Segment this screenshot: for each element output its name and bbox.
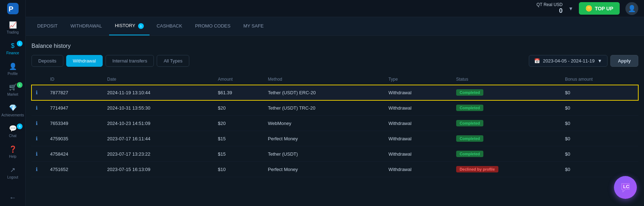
finance-badge: 1	[17, 41, 23, 46]
filter-deposits[interactable]: Deposits	[31, 55, 63, 67]
sidebar-item-finance[interactable]: $ 1 Finance	[0, 38, 25, 59]
apply-button[interactable]: Apply	[610, 55, 638, 67]
chat-icon: 💬	[9, 124, 17, 133]
row-type: Withdrawal	[384, 116, 452, 131]
row-id: 7653349	[46, 116, 103, 131]
sidebar-collapse-arrow[interactable]: ←	[9, 194, 16, 202]
sidebar-item-market-label: Market	[7, 92, 18, 96]
row-amount: $15	[214, 146, 264, 162]
status-badge: Completed	[456, 89, 484, 96]
filter-date-apply: 📅 2023-04-05 - 2024-11-19 ▼ Apply	[529, 55, 638, 67]
account-dropdown[interactable]: ▼	[569, 6, 574, 11]
row-info-icon[interactable]: ℹ	[31, 85, 46, 100]
avatar[interactable]: 👤	[625, 2, 638, 15]
finance-tabs: DEPOSIT WITHDRAWAL HISTORY 1 CASHBACK PR…	[26, 17, 644, 36]
sidebar-item-chat[interactable]: 💬 8 Chat	[0, 121, 25, 141]
date-range-picker[interactable]: 📅 2023-04-05 - 2024-11-19 ▼	[529, 55, 607, 67]
col-amount: Amount	[214, 74, 264, 85]
table-row[interactable]: ℹ 4751652 2023-07-15 16:13:09 $10 Perfec…	[31, 162, 638, 177]
row-id: 4751652	[46, 162, 103, 177]
achievements-icon: 💎	[9, 104, 17, 112]
status-badge: Completed	[456, 151, 484, 157]
status-badge: Completed	[456, 120, 484, 126]
col-bonus: Bonus amount	[561, 74, 638, 85]
sidebar-item-finance-label: Finance	[6, 51, 19, 55]
table-row[interactable]: ℹ 7877827 2024-11-19 13:10:44 $61.39 Tet…	[31, 85, 638, 100]
table-row[interactable]: ℹ 4758424 2023-07-17 13:23:22 $15 Tether…	[31, 146, 638, 162]
row-status: Completed	[452, 116, 561, 131]
col-status: Status	[452, 74, 561, 85]
row-type: Withdrawal	[384, 146, 452, 162]
row-bonus: $0	[561, 116, 638, 131]
filter-all-types[interactable]: All Types	[157, 55, 189, 67]
row-amount: $20	[214, 100, 264, 116]
sidebar-item-help-label: Help	[9, 155, 16, 159]
row-status: Completed	[452, 85, 561, 100]
row-type: Withdrawal	[384, 131, 452, 146]
row-type: Withdrawal	[384, 85, 452, 100]
account-balance: 0	[559, 7, 563, 15]
col-date: Date	[103, 74, 214, 85]
market-icon: 🛒	[9, 83, 17, 91]
info-icon: ℹ	[36, 166, 38, 172]
calendar-icon: 📅	[534, 58, 540, 64]
tab-withdrawal[interactable]: WITHDRAWAL	[65, 17, 108, 35]
sidebar-item-achievements-label: Achievements	[1, 113, 24, 117]
date-range-value: 2023-04-05 - 2024-11-19	[543, 58, 595, 64]
sidebar-item-trading-label: Trading	[7, 30, 19, 34]
col-method: Method	[264, 74, 384, 85]
sidebar-item-logout[interactable]: ↗ Logout	[0, 162, 25, 183]
tab-safe[interactable]: MY SAFE	[238, 17, 269, 35]
row-id: 4759035	[46, 131, 103, 146]
row-id: 7714947	[46, 100, 103, 116]
sidebar-item-trading[interactable]: 📈 Trading	[0, 17, 25, 38]
tab-safe-label: MY SAFE	[243, 23, 264, 29]
account-info: QT Real USD 0	[536, 2, 562, 15]
tab-promo-label: PROMO CODES	[195, 23, 230, 29]
row-date: 2024-10-23 14:51:09	[103, 116, 214, 131]
row-amount: $20	[214, 116, 264, 131]
table-row[interactable]: ℹ 7714947 2024-10-31 13:55:30 $20 Tether…	[31, 100, 638, 116]
row-bonus: $0	[561, 85, 638, 100]
row-id: 7877827	[46, 85, 103, 100]
row-type: Withdrawal	[384, 162, 452, 177]
account-type: QT Real USD	[536, 2, 562, 7]
tab-cashback[interactable]: CASHBACK	[151, 17, 188, 35]
table-row[interactable]: ℹ 7653349 2024-10-23 14:51:09 $20 WebMon…	[31, 116, 638, 131]
topup-button[interactable]: 🪙 TOP UP	[579, 2, 620, 15]
chat-widget[interactable]: LC	[614, 176, 637, 199]
row-amount: $15	[214, 131, 264, 146]
filter-internal-transfers[interactable]: Internal transfers	[106, 55, 154, 67]
table-header-row: ID Date Amount Method Type Status Bonus …	[31, 74, 638, 85]
row-bonus: $0	[561, 162, 638, 177]
logout-icon: ↗	[9, 166, 17, 174]
sidebar-item-profile[interactable]: 👤 Profile	[0, 59, 25, 79]
table-row[interactable]: ℹ 4759035 2023-07-17 16:11:44 $15 Perfec…	[31, 131, 638, 146]
sidebar-item-market[interactable]: 🛒 1 Market	[0, 79, 25, 100]
row-method: Tether (USDT)	[264, 146, 384, 162]
row-info-icon[interactable]: ℹ	[31, 162, 46, 177]
sidebar: P 📈 Trading $ 1 Finance 👤 Profile 🛒 1 Ma…	[0, 0, 26, 206]
main-content: QT Real USD 0 ▼ 🪙 TOP UP 👤 DEPOSIT WITHD…	[26, 0, 644, 206]
row-info-icon[interactable]: ℹ	[31, 146, 46, 162]
row-date: 2024-10-31 13:55:30	[103, 100, 214, 116]
tab-deposit[interactable]: DEPOSIT	[31, 17, 63, 35]
row-info-icon[interactable]: ℹ	[31, 100, 46, 116]
row-info-icon[interactable]: ℹ	[31, 131, 46, 146]
svg-text:P: P	[9, 5, 13, 13]
filter-type-buttons: Deposits Withdrawal Internal transfers A…	[31, 55, 189, 67]
date-dropdown-icon: ▼	[597, 58, 602, 64]
tab-promo[interactable]: PROMO CODES	[189, 17, 236, 35]
sidebar-item-help[interactable]: ❓ Help	[0, 141, 25, 162]
tab-history[interactable]: HISTORY 1	[109, 17, 150, 35]
row-date: 2023-07-15 16:13:09	[103, 162, 214, 177]
logo[interactable]: P	[0, 0, 25, 17]
sidebar-item-logout-label: Logout	[7, 175, 18, 179]
history-badge: 1	[138, 23, 144, 29]
filter-withdrawal[interactable]: Withdrawal	[66, 55, 103, 67]
row-info-icon[interactable]: ℹ	[31, 116, 46, 131]
row-bonus: $0	[561, 100, 638, 116]
sidebar-item-achievements[interactable]: 💎 Achievements	[0, 100, 25, 121]
svg-text:LC: LC	[623, 184, 629, 189]
topbar: QT Real USD 0 ▼ 🪙 TOP UP 👤	[26, 0, 644, 17]
